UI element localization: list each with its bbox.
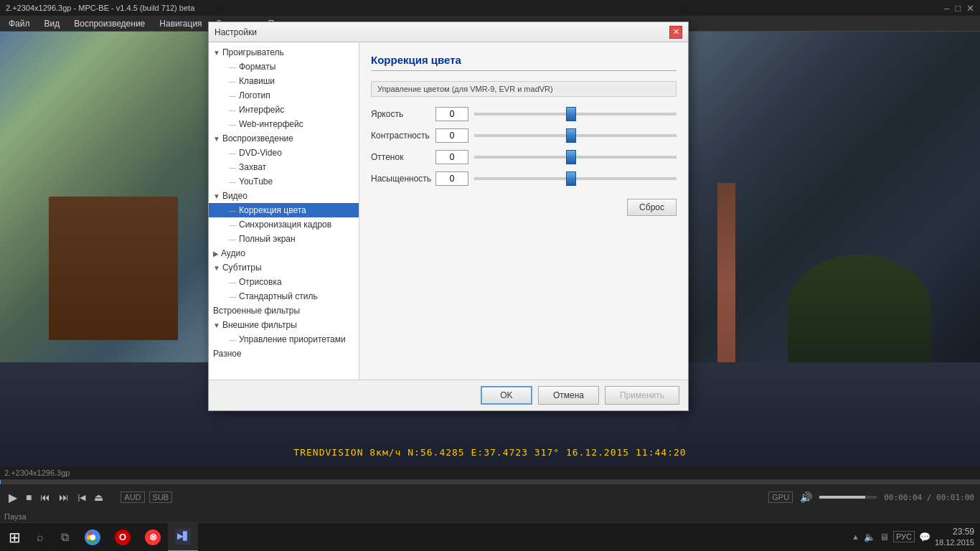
gpu-label[interactable]: GPU [768, 491, 793, 503]
ok-button[interactable]: OK [481, 386, 532, 405]
start-button[interactable]: ⊞ [0, 523, 29, 552]
stop-button[interactable]: ■ [23, 490, 34, 504]
tree-item-defaultstyle[interactable]: Стандартный стиль [209, 289, 359, 303]
prev-button[interactable]: ⏮ [37, 490, 53, 504]
tree-item-dvdvideo[interactable]: DVD-Video [209, 146, 359, 160]
contrast-slider[interactable] [474, 130, 677, 141]
system-tray: ▲ 🔈 🖥 РУС 💬 23:59 18.12.2015 [852, 527, 980, 548]
tree-item-framesync[interactable]: Синхронизация кадров [209, 217, 359, 232]
tree-item-youtube[interactable]: YouTube [209, 174, 359, 189]
dialog-close-button[interactable]: ✕ [669, 26, 682, 39]
expand-arrow-subtitles: ▼ [213, 264, 220, 272]
tree-section-misc-label: Разное [213, 349, 242, 359]
tree-item-keys[interactable]: Клавиши [209, 74, 359, 88]
reset-button[interactable]: Сброс [627, 199, 677, 216]
time-display: 00:00:04 / 00:01:00 [884, 493, 974, 502]
tree-item-priorities[interactable]: Управление приоритетами [209, 332, 359, 347]
saturation-row: Насыщенность 0 [371, 171, 677, 186]
hue-slider[interactable] [474, 151, 677, 163]
tree-item-webinterface[interactable]: Web-интерфейс [209, 117, 359, 131]
tree-item-capture[interactable]: Захват [209, 160, 359, 174]
close-button[interactable]: ✕ [966, 3, 974, 14]
tree-item-rendering[interactable]: Отрисовка [209, 275, 359, 289]
osd-display: TRENDVISION 8км/ч N:56.4285 E:37.4723 31… [293, 447, 686, 458]
play-button[interactable]: ▶ [6, 489, 20, 506]
dialog-title: Настройки [215, 27, 257, 37]
menu-playback[interactable]: Воспроизведение [68, 17, 151, 30]
progress-bar[interactable] [0, 480, 980, 484]
tree-section-player[interactable]: ▼ Проигрыватель [209, 45, 359, 60]
statusbar: 2.+2304x1296.3gp [0, 466, 980, 479]
hue-row: Оттенок 0 [371, 150, 677, 164]
menu-navigate[interactable]: Навигация [154, 17, 207, 30]
tree-section-playback[interactable]: ▼ Воспроизведение [209, 131, 359, 146]
pinned-app-chrome[interactable] [77, 523, 108, 552]
task-view-button[interactable]: ⧉ [52, 523, 77, 552]
hue-value[interactable]: 0 [435, 150, 468, 164]
frame-back-button[interactable]: |◀ [75, 491, 88, 504]
volume-bar[interactable] [819, 496, 877, 499]
brightness-thumb[interactable] [566, 107, 576, 121]
tree-section-subtitles-label: Субтитры [222, 263, 262, 273]
dialog-body: ▼ Проигрыватель Форматы Клавиши Логотип … [209, 42, 688, 380]
apply-button[interactable]: Применить [605, 386, 679, 405]
tree-item-colorcorrection[interactable]: Коррекция цвета [209, 203, 359, 217]
brightness-slider[interactable] [474, 108, 677, 120]
menu-file[interactable]: Файл [3, 17, 36, 30]
sub-label[interactable]: SUB [149, 491, 173, 503]
tree-section-player-label: Проигрыватель [222, 47, 284, 57]
contrast-thumb[interactable] [566, 128, 576, 143]
saturation-thumb[interactable] [566, 171, 576, 186]
pinned-app-opera2[interactable]: ⊗ [138, 523, 168, 552]
chevron-icon[interactable]: ▲ [852, 532, 859, 541]
tree-section-audio-label: Аудио [221, 248, 245, 258]
expand-arrow-audio: ▶ [213, 250, 219, 258]
next-button[interactable]: ⏭ [56, 490, 72, 504]
hue-thumb[interactable] [566, 150, 576, 164]
contrast-value[interactable]: 0 [435, 128, 468, 143]
saturation-slider[interactable] [474, 173, 677, 184]
tree-item-logo[interactable]: Логотип [209, 88, 359, 103]
network-tray-icon[interactable]: 🖥 [880, 532, 889, 542]
pinned-app-mpcbe[interactable]: ▶▋ [168, 523, 198, 552]
tree-section-subtitles[interactable]: ▼ Субтитры [209, 260, 359, 275]
search-button[interactable]: ⌕ [29, 523, 52, 552]
tree-item-fullscreen[interactable]: Полный экран [209, 232, 359, 246]
playback-status: Пауза [4, 512, 27, 521]
titlebar: 2.+2304x1296.3gp - MPC-BE - v1.4.5 (buil… [0, 0, 980, 16]
clock-date: 18.12.2015 [935, 537, 974, 547]
color-management-label: Управление цветом (для VMR-9, EVR и madV… [371, 81, 677, 97]
cancel-button[interactable]: Отмена [538, 386, 599, 405]
tree-section-externalfilters[interactable]: ▼ Внешние фильтры [209, 318, 359, 332]
brightness-row: Яркость 0 [371, 107, 677, 121]
notification-icon[interactable]: 💬 [919, 532, 930, 542]
expand-arrow-playback: ▼ [213, 135, 220, 143]
pinned-app-opera[interactable]: O [108, 523, 138, 552]
speaker-tray-icon[interactable]: 🔈 [864, 532, 875, 542]
tree-item-formats[interactable]: Форматы [209, 60, 359, 74]
tree-section-audio[interactable]: ▶ Аудио [209, 246, 359, 260]
brightness-value[interactable]: 0 [435, 107, 468, 121]
settings-dialog: Настройки ✕ ▼ Проигрыватель Форматы Клав… [208, 22, 689, 411]
maximize-button[interactable]: □ [955, 3, 961, 14]
progress-fill [0, 480, 1, 484]
clock[interactable]: 23:59 18.12.2015 [935, 527, 974, 548]
minimize-button[interactable]: – [944, 3, 949, 14]
content-panel: Коррекция цвета Управление цветом (для V… [359, 42, 688, 380]
brightness-label: Яркость [371, 109, 435, 119]
tree-section-video[interactable]: ▼ Видео [209, 189, 359, 203]
contrast-row: Контрастность 0 [371, 128, 677, 143]
settings-tree: ▼ Проигрыватель Форматы Клавиши Логотип … [209, 42, 359, 380]
tree-section-misc[interactable]: Разное [209, 347, 359, 361]
keyboard-tray-icon[interactable]: РУС [893, 531, 915, 542]
audio-label[interactable]: AUD [121, 491, 144, 503]
dialog-footer: OK Отмена Применить [209, 380, 688, 410]
saturation-value[interactable]: 0 [435, 171, 468, 186]
tree-section-builtinfilters[interactable]: Встроенные фильтры [209, 303, 359, 318]
volume-icon: 🔊 [800, 491, 812, 503]
eject-button[interactable]: ⏏ [91, 490, 106, 504]
tree-item-interface[interactable]: Интерфейс [209, 103, 359, 117]
contrast-label: Контрастность [371, 131, 435, 141]
menu-view[interactable]: Вид [39, 17, 66, 30]
saturation-label: Насыщенность [371, 174, 435, 184]
